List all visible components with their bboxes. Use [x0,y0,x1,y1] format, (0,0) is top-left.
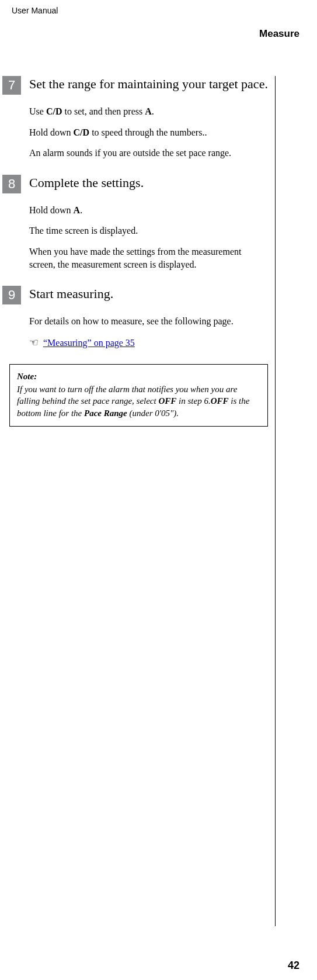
section-title: Measure [259,28,299,40]
key-label: A [74,205,81,215]
step-header: 9 Start measuring. [2,286,275,304]
step-number-badge: 9 [2,286,21,304]
step-7: 7 Set the range for maintaining your tar… [2,76,275,160]
text: An alarm sounds if you are outside the s… [29,148,231,158]
text: . [152,106,154,116]
step-title: Start measuring. [29,286,119,302]
step-8: 8 Complete the settings. Hold down A. Th… [2,175,275,271]
step-9: 9 Start measuring. For details on how to… [2,286,275,349]
text: in step 6. [176,396,210,406]
step-paragraph: When you have made the settings from the… [29,245,267,271]
text: . [80,205,82,215]
emphasis: OFF [211,396,229,406]
key-label: A [145,106,152,116]
step-number-badge: 8 [2,175,21,193]
xref-link[interactable]: “Measuring” on page 35 [43,338,135,348]
note-body: If you want to turn off the alarm that n… [17,383,260,419]
text: The time screen is displayed. [29,226,138,236]
step-body: For details on how to measure, see the f… [29,315,267,328]
key-label: C/D [74,127,90,137]
text: When you have made the settings from the… [29,247,241,269]
text: Hold down [29,127,74,137]
step-paragraph: The time screen is displayed. [29,224,267,237]
text: to set, and then press [62,106,145,116]
step-paragraph: Hold down A. [29,204,267,217]
hand-pointer-icon: ☞ [29,336,39,349]
step-header: 8 Complete the settings. [2,175,275,193]
key-label: C/D [46,106,62,116]
cross-reference: ☞ “Measuring” on page 35 [29,336,267,349]
step-body: Use C/D to set, and then press A. Hold d… [29,105,267,160]
doc-title: User Manual [12,6,58,15]
text: For details on how to measure, see the f… [29,316,234,326]
emphasis: OFF [158,396,176,406]
emphasis: Pace Range [84,408,127,418]
text: to speed through the numbers.. [89,127,207,137]
content-column: 7 Set the range for maintaining your tar… [2,76,276,926]
text: (under 0'05"). [127,408,179,418]
step-paragraph: An alarm sounds if you are outside the s… [29,147,267,160]
text: Hold down [29,205,74,215]
step-title: Complete the settings. [29,175,149,191]
step-title: Set the range for maintaining your targe… [29,76,274,92]
page-number: 42 [288,960,299,972]
step-body: Hold down A. The time screen is displaye… [29,204,267,271]
step-header: 7 Set the range for maintaining your tar… [2,76,275,95]
step-paragraph: Hold down C/D to speed through the numbe… [29,126,267,139]
note-box: Note: If you want to turn off the alarm … [9,364,268,427]
step-number-badge: 7 [2,76,21,95]
note-title: Note: [17,370,260,382]
text: Use [29,106,46,116]
step-paragraph: Use C/D to set, and then press A. [29,105,267,118]
step-paragraph: For details on how to measure, see the f… [29,315,267,328]
